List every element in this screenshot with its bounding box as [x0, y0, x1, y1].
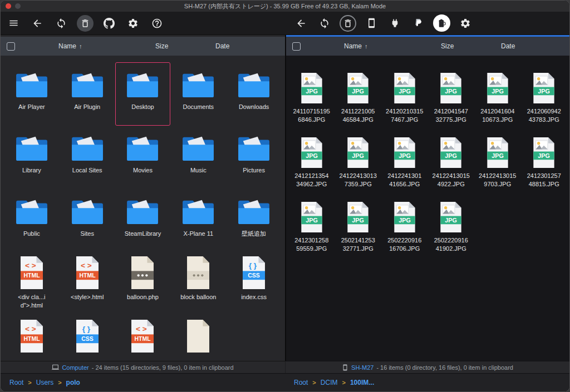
file-label: 24122413015 4922.JPG	[433, 172, 470, 189]
svg-text:{ }: { }	[82, 325, 90, 333]
file-item[interactable]: Library	[4, 126, 60, 189]
file-item[interactable]: { }CSSindex.css	[226, 252, 282, 316]
left-file-grid[interactable]: Air PlayerAir PluginDesktopDocumentsDown…	[1, 56, 285, 361]
folder-icon	[237, 193, 271, 226]
folder-icon	[125, 193, 160, 226]
settings-button[interactable]	[125, 15, 141, 32]
file-item[interactable]: X-Plane 11	[170, 189, 226, 252]
trash-button[interactable]	[77, 15, 94, 32]
plug-button[interactable]	[386, 15, 403, 32]
file-label: 2502220916 16706.JPG	[387, 236, 421, 254]
plug-icon	[390, 18, 400, 28]
file-label: 2412121354 34962.JPG	[294, 172, 328, 189]
breadcrumb-item[interactable]: 100IM...	[350, 379, 374, 386]
file-item[interactable]: Documents	[170, 62, 226, 126]
file-item[interactable]: JPG24110715195 6846.JPG	[288, 67, 335, 131]
file-item[interactable]: JPG2412041604 10673.JPG	[474, 67, 521, 131]
jpg-file-icon: JPG	[345, 136, 371, 168]
breadcrumb-item[interactable]: Users	[36, 379, 53, 386]
file-item[interactable]: JPG24120210315 7467.JPG	[381, 67, 428, 131]
file-item[interactable]: Local Sites	[60, 126, 115, 189]
file-item[interactable]: Downloads	[226, 62, 282, 126]
back-button[interactable]	[29, 15, 46, 32]
menu-button[interactable]	[5, 15, 22, 32]
file-item[interactable]: { }CSS	[60, 316, 115, 361]
breadcrumb-item[interactable]: DCIM	[321, 379, 338, 386]
file-item[interactable]: Movies	[115, 126, 171, 189]
github-button[interactable]	[101, 15, 117, 32]
file-label: Public	[23, 230, 40, 238]
file-label: Documents	[183, 103, 214, 111]
title-bar[interactable]: SH-M27 (内部共有ストレージ) - 35.99 GB Free of 49…	[1, 1, 569, 12]
right-file-grid[interactable]: JPG24110715195 6846.JPGJPG2411221005 465…	[286, 56, 569, 361]
file-item[interactable]: Air Player	[4, 62, 60, 126]
column-date[interactable]: Date	[215, 42, 229, 50]
refresh-button[interactable]	[316, 15, 333, 32]
beer-button[interactable]	[433, 14, 450, 32]
file-item[interactable]: JPG2411221005 46584.JPG	[335, 67, 382, 131]
file-item[interactable]: JPG2502220916 41902.JPG	[428, 196, 475, 260]
help-button[interactable]	[149, 15, 165, 32]
refresh-button[interactable]	[53, 15, 70, 32]
file-item[interactable]: Pictures	[226, 126, 282, 189]
breadcrumb-bar: Root>Users>polo Root>DCIM>100IM...	[1, 373, 569, 391]
file-item[interactable]: JPG24122413015 9703.JPG	[474, 131, 521, 196]
file-item[interactable]: JPG2502141253 32771.JPG	[335, 196, 382, 260]
minimize-button[interactable]	[15, 3, 21, 9]
left-status-device[interactable]: Computer	[62, 364, 89, 371]
file-item[interactable]: 壁紙追加	[226, 189, 282, 252]
right-status-device[interactable]: SH-M27	[351, 364, 374, 371]
file-item[interactable]: SteamLibrary	[115, 189, 171, 252]
file-item[interactable]: balloon.php	[115, 252, 171, 316]
file-item[interactable]: JPG2412301258 59559.JPG	[288, 196, 335, 260]
file-item[interactable]: JPG24122413013 7359.JPG	[335, 131, 382, 196]
file-item[interactable]: < >HTML<style>.html	[60, 252, 115, 316]
back-icon	[296, 18, 307, 29]
file-label: Pictures	[243, 166, 265, 175]
file-item[interactable]: < >HTML	[115, 316, 171, 361]
breadcrumb-item[interactable]: Root	[9, 379, 23, 386]
column-name[interactable]: Name ↑	[58, 42, 82, 50]
file-label: Movies	[133, 166, 153, 175]
folder-icon	[237, 67, 271, 99]
file-item[interactable]: JPG2412241301 41656.JPG	[381, 131, 428, 196]
select-all-checkbox[interactable]	[292, 42, 301, 51]
column-size[interactable]: Size	[155, 42, 168, 50]
file-item[interactable]: Public	[4, 189, 60, 252]
close-button[interactable]	[6, 3, 11, 9]
file-label: 2412301257 48815.JPG	[527, 172, 561, 189]
column-name[interactable]: Name ↑	[344, 42, 368, 50]
file-label: 24122413015 9703.JPG	[479, 172, 516, 189]
file-item[interactable]: < >HTML<div cla...i d">.html	[4, 252, 60, 316]
breadcrumb-item[interactable]: polo	[66, 379, 80, 386]
breadcrumb-item[interactable]: Root	[294, 379, 308, 386]
right-pane: Name ↑ Size Date JPG24110715195 6846.JPG…	[285, 35, 569, 361]
file-item[interactable]: JPG2412301257 48815.JPG	[521, 131, 568, 196]
smartphone-button[interactable]	[363, 15, 380, 32]
file-label: 2412301258 59559.JPG	[294, 236, 328, 254]
jpg-file-icon: JPG	[531, 71, 557, 103]
back-button[interactable]	[293, 15, 309, 32]
file-item[interactable]: JPG24122413015 4922.JPG	[428, 131, 475, 196]
file-item[interactable]: block balloon	[170, 252, 226, 316]
file-item[interactable]: JPG2412041547 32775.JPG	[428, 67, 475, 131]
file-item[interactable]: JPG2412121354 34962.JPG	[288, 131, 335, 196]
svg-text:JPG: JPG	[306, 152, 318, 159]
file-item[interactable]: < >HTML	[4, 316, 60, 361]
file-item[interactable]: JPG2412060942 43783.JPG	[521, 67, 568, 131]
select-all-checkbox[interactable]	[7, 42, 15, 51]
paypal-button[interactable]	[410, 15, 426, 32]
file-item[interactable]: Desktop	[115, 62, 171, 126]
file-item[interactable]: Air Plugin	[60, 62, 115, 126]
settings-button[interactable]	[457, 15, 474, 32]
file-item[interactable]: JPG2502220916 16706.JPG	[381, 196, 428, 260]
file-item[interactable]: Music	[170, 126, 226, 189]
left-toolbar	[1, 12, 285, 34]
trash-button[interactable]	[340, 15, 356, 32]
column-date[interactable]: Date	[501, 42, 515, 50]
file-item[interactable]	[170, 316, 226, 361]
file-label: 2412041604 10673.JPG	[480, 107, 514, 125]
file-item[interactable]: Sites	[60, 189, 115, 252]
breadcrumb-separator-icon: >	[28, 379, 31, 386]
column-size[interactable]: Size	[441, 42, 454, 50]
